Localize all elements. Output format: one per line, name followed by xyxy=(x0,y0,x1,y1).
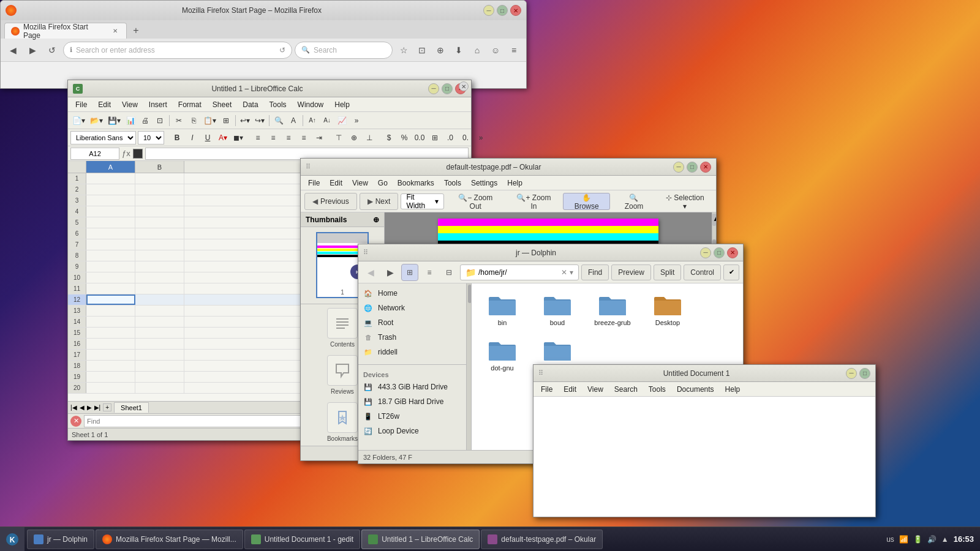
okular-minimize-btn[interactable]: ─ xyxy=(673,162,684,173)
font-name-select[interactable]: Liberation Sans xyxy=(70,131,136,144)
clone-btn[interactable]: ⊞ xyxy=(219,114,233,127)
zoom-out-btn[interactable]: 🔍− Zoom Out xyxy=(447,193,505,210)
font-size-select[interactable]: 10 xyxy=(138,131,164,144)
file-bin[interactable]: bin xyxy=(478,290,527,329)
place-trash[interactable]: 🗑 Trash xyxy=(358,330,471,345)
reader-btn[interactable]: ⊡ xyxy=(413,42,431,59)
inc-decimal-btn[interactable]: 0. xyxy=(459,131,472,144)
calc-menu-file[interactable]: File xyxy=(70,99,92,110)
sort-asc-btn[interactable]: A↑ xyxy=(306,114,319,127)
address-bar[interactable]: ℹ Search or enter address ↺ xyxy=(63,42,292,59)
icons-view-btn[interactable]: ⊞ xyxy=(401,264,418,281)
okular-close-btn[interactable]: ✕ xyxy=(700,162,711,173)
calc-menu-data[interactable]: Data xyxy=(238,99,263,110)
print-btn[interactable]: 🖨 xyxy=(138,114,152,127)
dec-decimal-btn[interactable]: .0 xyxy=(443,131,457,144)
gedit-menu-help[interactable]: Help xyxy=(720,384,745,395)
firefox-minimize-btn[interactable]: ─ xyxy=(483,5,494,16)
file-desktop[interactable]: Desktop xyxy=(643,290,692,329)
split-view-icon-btn[interactable]: ⊟ xyxy=(440,264,458,281)
gedit-menu-search[interactable]: Search xyxy=(609,384,643,395)
browse-btn[interactable]: ✋ Browse xyxy=(563,193,610,210)
selection-btn[interactable]: ⊹ Selection ▾ xyxy=(658,193,712,210)
align-center-btn[interactable]: ≡ xyxy=(266,131,280,144)
dolphin-close-btn[interactable]: ✕ xyxy=(727,247,738,258)
zoom-tool-btn[interactable]: 🔍 Zoom xyxy=(612,193,655,210)
place-riddell[interactable]: 📁 riddell xyxy=(358,345,471,359)
print-preview-btn[interactable]: ⊡ xyxy=(153,114,167,127)
okular-menu-tools[interactable]: Tools xyxy=(439,178,466,189)
gedit-maximize-btn[interactable]: □ xyxy=(859,368,870,379)
gedit-minimize-btn[interactable]: ─ xyxy=(846,368,857,379)
fit-width-dropdown[interactable]: Fit Width ▾ xyxy=(401,193,443,209)
tab-close-btn[interactable]: ✕ xyxy=(110,26,120,36)
bottom-align-btn[interactable]: ⊥ xyxy=(363,131,376,144)
calc-menu-format[interactable]: Format xyxy=(173,99,206,110)
open-btn[interactable]: 📂▾ xyxy=(88,114,105,127)
calc-minimize-btn[interactable]: ─ xyxy=(428,83,439,94)
okular-menu-edit[interactable]: Edit xyxy=(325,178,347,189)
dolphin-back-btn[interactable]: ◀ xyxy=(362,264,379,281)
number-btn[interactable]: 0.0 xyxy=(413,131,426,144)
taskbar-firefox[interactable]: Mozilla Firefox Start Page — Mozill... xyxy=(96,530,243,549)
firefox-tab[interactable]: Mozilla Firefox Start Page ✕ xyxy=(4,23,127,39)
gedit-menu-view[interactable]: View xyxy=(582,384,608,395)
device-loop[interactable]: 🔄 Loop Device xyxy=(358,424,471,438)
italic-btn[interactable]: I xyxy=(186,131,199,144)
redo-btn[interactable]: ↪▾ xyxy=(253,114,266,127)
gedit-content[interactable] xyxy=(533,397,875,517)
dolphin-confirm-btn[interactable]: ✔ xyxy=(723,264,739,280)
find-close-btn[interactable]: ✕ xyxy=(70,416,81,427)
dolphin-forward-btn[interactable]: ▶ xyxy=(382,264,399,281)
taskbar-okular[interactable]: default-testpage.pdf – Okular xyxy=(481,530,603,549)
dolphin-control-btn[interactable]: Control xyxy=(684,264,721,280)
sheet1-tab[interactable]: Sheet1 xyxy=(114,402,149,413)
find-replace-btn[interactable]: 🔍 xyxy=(272,114,285,127)
col-header-b[interactable]: B xyxy=(135,161,184,173)
calc-menu-window[interactable]: Window xyxy=(293,99,329,110)
next-sheet-btn[interactable]: ▶ xyxy=(87,404,92,411)
calc-menu-insert[interactable]: Insert xyxy=(144,99,172,110)
calc-extra-close[interactable]: ✕ xyxy=(459,81,469,91)
okular-maximize-btn[interactable]: □ xyxy=(687,162,698,173)
calc-menu-help[interactable]: Help xyxy=(330,99,355,110)
indent-btn[interactable]: ⇥ xyxy=(312,131,326,144)
okular-prev-btn[interactable]: ◀ Previous xyxy=(304,193,357,210)
firefox-maximize-btn[interactable]: □ xyxy=(497,5,508,16)
social-btn[interactable]: ☺ xyxy=(487,42,504,59)
chart-btn[interactable]: 📈 xyxy=(335,114,349,127)
calc-maximize-btn[interactable]: □ xyxy=(442,83,453,94)
taskbar-gedit[interactable]: Untitled Document 1 - gedit xyxy=(244,530,360,549)
path-dropdown-icon[interactable]: ▾ xyxy=(570,268,573,277)
bookmark-star-btn[interactable]: ☆ xyxy=(395,42,412,59)
undo-btn[interactable]: ↩▾ xyxy=(238,114,252,127)
home-btn[interactable]: ⌂ xyxy=(469,42,486,59)
align-left-btn[interactable]: ≡ xyxy=(251,131,265,144)
places-scrollbar[interactable] xyxy=(466,283,471,450)
dolphin-maximize-btn[interactable]: □ xyxy=(714,247,725,258)
search-bar[interactable]: 🔍 Search xyxy=(295,42,393,59)
okular-menu-settings[interactable]: Settings xyxy=(466,178,502,189)
first-sheet-btn[interactable]: |◀ xyxy=(70,404,77,411)
cut-btn[interactable]: ✂ xyxy=(172,114,186,127)
align-right-btn[interactable]: ≡ xyxy=(282,131,295,144)
align-block-btn[interactable]: ≡ xyxy=(297,131,311,144)
add-sheet-btn[interactable]: + xyxy=(103,403,111,411)
more-btn[interactable]: » xyxy=(350,114,363,127)
col-header-a[interactable]: A xyxy=(86,161,135,173)
prev-sheet-btn[interactable]: ◀ xyxy=(80,404,85,411)
top-align-btn[interactable]: ⊤ xyxy=(332,131,345,144)
okular-menu-help[interactable]: Help xyxy=(502,178,527,189)
currency-btn[interactable]: $ xyxy=(382,131,396,144)
underline-btn[interactable]: U xyxy=(201,131,214,144)
cell-reference-input[interactable]: A12 xyxy=(70,148,119,160)
middle-align-btn[interactable]: ⊕ xyxy=(347,131,361,144)
place-home[interactable]: 🏠 Home xyxy=(358,286,471,301)
device-lt26w[interactable]: 📱 LT26w xyxy=(358,409,471,424)
okular-menu-bookmarks[interactable]: Bookmarks xyxy=(393,178,439,189)
place-network[interactable]: 🌐 Network xyxy=(358,301,471,315)
firefox-close-btn[interactable]: ✕ xyxy=(510,5,521,16)
taskbar-calc[interactable]: Untitled 1 – LibreOffice Calc xyxy=(361,530,480,549)
device-443gb[interactable]: 💾 443.3 GiB Hard Drive xyxy=(358,380,471,394)
sort-desc-btn[interactable]: A↓ xyxy=(320,114,334,127)
